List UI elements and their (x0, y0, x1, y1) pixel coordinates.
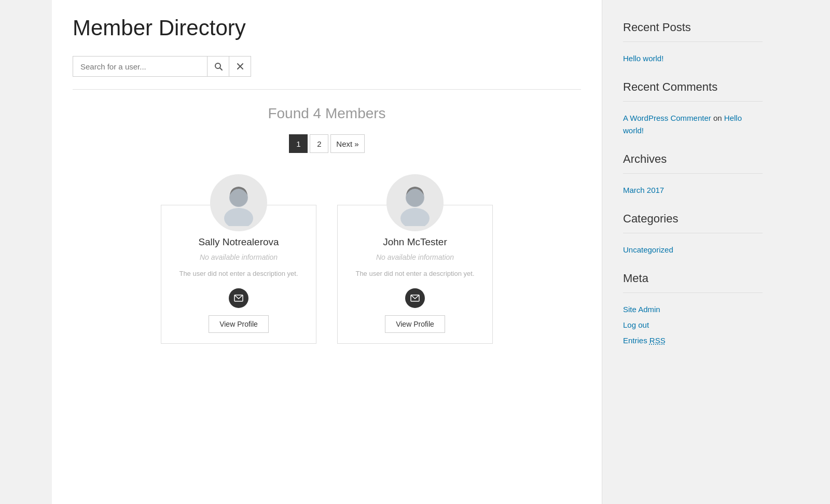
view-profile-button[interactable]: View Profile (209, 315, 269, 333)
svg-line-1 (220, 68, 222, 70)
sidebar-category-uncategorized[interactable]: Uncategorized (623, 244, 763, 256)
member-description: The user did not enter a description yet… (355, 269, 474, 279)
email-button[interactable] (229, 288, 248, 308)
pagination: 1 2 Next » (73, 134, 581, 153)
avatar-icon (392, 179, 438, 226)
sidebar-divider (623, 101, 763, 102)
sidebar-divider (623, 41, 763, 42)
avatar (386, 174, 444, 231)
search-area (73, 56, 581, 77)
sidebar-categories: Categories Uncategorized (623, 212, 763, 256)
sidebar-meta-heading: Meta (623, 272, 763, 285)
member-info: No available information (200, 253, 278, 261)
member-cards: Sally Notrealerova No available informat… (73, 174, 581, 344)
email-button[interactable] (405, 288, 425, 308)
search-button[interactable] (208, 56, 229, 77)
search-divider (73, 89, 581, 90)
sidebar: Recent Posts Hello world! Recent Comment… (602, 0, 778, 504)
sidebar-meta-entries-rss[interactable]: Entries RSS (623, 334, 763, 347)
page-title: Member Directory (73, 16, 581, 40)
sidebar-archives: Archives March 2017 (623, 152, 763, 197)
email-icon (234, 295, 243, 302)
rss-text: RSS (649, 336, 666, 345)
sidebar-recent-comments-heading: Recent Comments (623, 80, 763, 94)
sidebar-meta-log-out[interactable]: Log out (623, 319, 763, 331)
search-input[interactable] (73, 56, 208, 77)
svg-point-9 (400, 208, 430, 226)
member-card: Sally Notrealerova No available informat… (161, 205, 316, 344)
page-1-button[interactable]: 1 (289, 134, 308, 153)
email-icon (410, 295, 420, 302)
avatar-icon (215, 179, 262, 226)
sidebar-meta: Meta Site Admin Log out Entries RSS (623, 272, 763, 347)
clear-button[interactable] (229, 56, 251, 77)
next-page-button[interactable]: Next » (330, 134, 364, 153)
on-text: on (713, 114, 722, 122)
sidebar-divider (623, 173, 763, 174)
page-2-button[interactable]: 2 (310, 134, 328, 153)
sidebar-divider (623, 292, 763, 293)
sidebar-archive-march-2017[interactable]: March 2017 (623, 184, 763, 197)
avatar (210, 174, 267, 231)
close-icon (237, 63, 243, 69)
member-description: The user did not enter a description yet… (179, 269, 298, 279)
sidebar-archives-heading: Archives (623, 152, 763, 166)
view-profile-button[interactable]: View Profile (385, 315, 445, 333)
sidebar-categories-heading: Categories (623, 212, 763, 226)
search-icon (214, 62, 223, 71)
found-members-heading: Found 4 Members (73, 105, 581, 122)
sidebar-commenter-link[interactable]: A WordPress Commenter (623, 114, 711, 122)
sidebar-divider (623, 233, 763, 233)
sidebar-comment-text: A WordPress Commenter on Hello world! (623, 112, 763, 137)
member-info: No available information (376, 253, 454, 261)
sidebar-recent-posts-heading: Recent Posts (623, 21, 763, 34)
sidebar-recent-comments: Recent Comments A WordPress Commenter on… (623, 80, 763, 137)
member-name: John McTester (383, 236, 447, 248)
sidebar-meta-site-admin[interactable]: Site Admin (623, 303, 763, 316)
sidebar-recent-posts: Recent Posts Hello world! (623, 21, 763, 65)
sidebar-link-hello-world[interactable]: Hello world! (623, 52, 763, 65)
svg-point-5 (224, 208, 253, 226)
member-name: Sally Notrealerova (198, 236, 279, 248)
entries-text: Entries (623, 336, 647, 345)
member-card: John McTester No available information T… (337, 205, 493, 344)
